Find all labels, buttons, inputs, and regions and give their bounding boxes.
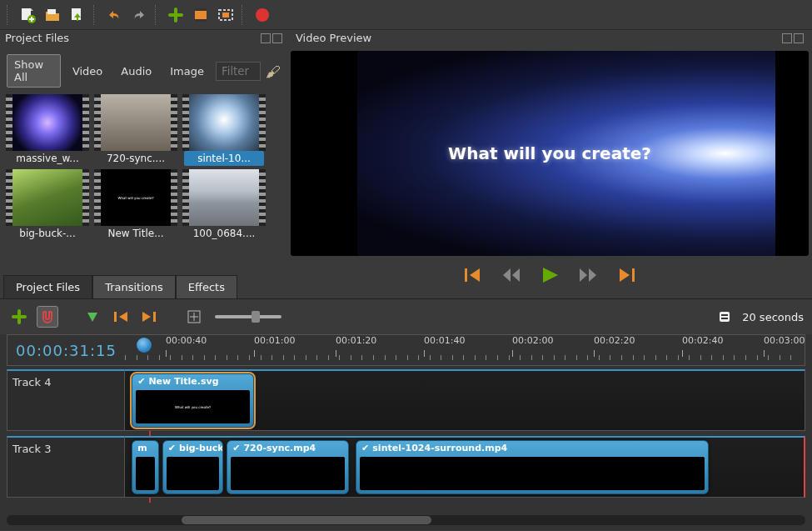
tab-transitions[interactable]: Transitions xyxy=(92,275,176,298)
jump-end-button[interactable] xyxy=(616,266,636,284)
project-files-panel-header: Project Files xyxy=(0,30,287,46)
svg-rect-15 xyxy=(720,312,730,322)
fullscreen-button[interactable] xyxy=(215,4,237,26)
clip-sintel[interactable]: ✔sintel-1024-surround.mp4 xyxy=(356,440,709,494)
clip-new-title[interactable]: ✔New Title.svg xyxy=(132,373,254,428)
center-playhead-button[interactable] xyxy=(183,306,205,328)
open-project-button[interactable] xyxy=(42,4,63,26)
tab-project-files[interactable]: Project Files xyxy=(3,275,92,298)
close-preview-icon[interactable] xyxy=(794,33,804,43)
detach-preview-icon[interactable] xyxy=(782,33,792,43)
svg-rect-17 xyxy=(721,318,728,319)
track-4-header[interactable]: Track 4 xyxy=(7,369,125,431)
ruler-tick: 00:01:20 xyxy=(336,335,376,346)
filter-video-tab[interactable]: Video xyxy=(66,62,109,81)
filter-image-tab[interactable]: Image xyxy=(163,62,211,81)
undo-button[interactable] xyxy=(103,4,125,26)
play-button[interactable] xyxy=(540,266,560,284)
svg-rect-12 xyxy=(114,312,117,322)
timeline-toolbar: 20 seconds xyxy=(0,298,812,334)
svg-rect-13 xyxy=(153,312,156,322)
svg-rect-8 xyxy=(222,13,229,18)
ruler-tick: 00:00:40 xyxy=(166,335,207,346)
add-track-button[interactable] xyxy=(8,306,30,328)
video-preview-panel: Video Preview What will you create? xyxy=(287,30,812,298)
playback-controls xyxy=(291,261,809,293)
ruler-tick: 00:02:40 xyxy=(682,335,723,346)
tab-effects[interactable]: Effects xyxy=(176,275,237,298)
track-4: Track 4 ✔New Title.svg xyxy=(7,369,805,431)
jump-start-button[interactable] xyxy=(463,266,483,284)
preview-overlay-text: What will you create? xyxy=(291,143,809,163)
previous-marker-button[interactable] xyxy=(110,306,132,328)
project-file-item[interactable]: 100_0684.... xyxy=(182,169,267,241)
import-files-button[interactable] xyxy=(165,4,187,26)
snap-toggle-button[interactable] xyxy=(37,306,58,328)
rewind-button[interactable] xyxy=(501,266,521,284)
video-preview: What will you create? xyxy=(291,51,809,256)
fast-forward-button[interactable] xyxy=(578,266,598,284)
playhead[interactable] xyxy=(137,338,153,363)
track-3: Track 3 m ✔big-buck- ✔720-sync.mp4 ✔sint… xyxy=(7,436,805,498)
track-4-body[interactable]: ✔New Title.svg xyxy=(125,369,805,431)
clip-big-buck[interactable]: ✔big-buck- xyxy=(162,440,223,494)
project-file-item[interactable]: big-buck-... xyxy=(5,169,90,241)
timeline: 00:00:31:15 00:00:4000:01:0000:01:2000:0… xyxy=(0,334,812,530)
svg-rect-5 xyxy=(195,8,207,11)
project-file-label: 720-sync.... xyxy=(96,151,176,166)
project-file-label: sintel-10... xyxy=(184,151,264,166)
clear-filter-icon[interactable]: 🖌 xyxy=(266,63,281,80)
svg-point-9 xyxy=(256,8,269,22)
project-files-title: Project Files xyxy=(5,32,69,44)
close-panel-icon[interactable] xyxy=(272,33,282,43)
timecode-display: 00:00:31:15 xyxy=(7,334,125,366)
project-file-item[interactable]: sintel-10... xyxy=(182,94,267,166)
bottom-tabbar: Project Files Transitions Effects xyxy=(0,272,287,298)
svg-rect-11 xyxy=(632,268,635,282)
video-preview-title: Video Preview xyxy=(296,32,371,44)
clip-massive[interactable]: m xyxy=(132,440,159,494)
ruler-tick: 00:02:20 xyxy=(594,335,635,346)
ruler-tick: 00:02:00 xyxy=(512,335,553,346)
export-video-button[interactable] xyxy=(252,4,273,26)
project-files-panel: Project Files Show All Video Audio Image… xyxy=(0,30,287,298)
filter-audio-tab[interactable]: Audio xyxy=(114,62,158,81)
svg-rect-3 xyxy=(72,8,81,20)
next-marker-button[interactable] xyxy=(138,306,160,328)
zoom-menu-button[interactable] xyxy=(714,306,735,328)
project-files-filter-row: Show All Video Audio Image 🖌 xyxy=(0,46,287,94)
project-file-item[interactable]: 720-sync.... xyxy=(93,94,178,166)
track-3-body[interactable]: m ✔big-buck- ✔720-sync.mp4 ✔sintel-1024-… xyxy=(125,436,805,498)
choose-profile-button[interactable] xyxy=(190,4,212,26)
project-files-grid: massive_w...720-sync....sintel-10...big-… xyxy=(0,94,287,241)
zoom-label: 20 seconds xyxy=(742,311,804,323)
svg-rect-16 xyxy=(721,314,728,316)
filter-input[interactable] xyxy=(216,62,261,81)
clip-720-sync[interactable]: ✔720-sync.mp4 xyxy=(227,440,349,494)
timeline-scrollbar[interactable] xyxy=(7,515,805,525)
new-project-button[interactable] xyxy=(17,4,38,26)
project-file-label: New Title... xyxy=(96,226,176,241)
video-preview-panel-header: Video Preview xyxy=(291,30,809,46)
ruler-tick: 00:03:00 xyxy=(764,335,805,346)
timeline-tracks: Track 4 ✔New Title.svg Track 3 m ✔big-bu… xyxy=(7,369,805,512)
ruler-tick: 00:01:40 xyxy=(424,335,465,346)
project-file-item[interactable]: New Title... xyxy=(93,169,178,241)
track-3-header[interactable]: Track 3 xyxy=(7,436,125,498)
ruler-tick: 00:01:00 xyxy=(254,335,295,346)
main-toolbar xyxy=(0,0,812,30)
save-project-button[interactable] xyxy=(67,4,88,26)
project-file-item[interactable]: massive_w... xyxy=(5,94,90,166)
project-file-label: 100_0684.... xyxy=(184,226,264,241)
zoom-slider[interactable] xyxy=(215,315,281,318)
detach-panel-icon[interactable] xyxy=(261,33,271,43)
svg-rect-10 xyxy=(465,268,467,282)
svg-rect-6 xyxy=(195,19,207,22)
svg-rect-2 xyxy=(47,9,56,14)
timeline-ruler[interactable]: 00:00:4000:01:0000:01:2000:01:4000:02:00… xyxy=(125,334,805,366)
filter-show-all-tab[interactable]: Show All xyxy=(7,54,61,88)
project-file-label: massive_w... xyxy=(7,151,87,166)
project-file-label: big-buck-... xyxy=(7,226,87,241)
add-marker-button[interactable] xyxy=(82,306,103,328)
redo-button[interactable] xyxy=(128,4,150,26)
